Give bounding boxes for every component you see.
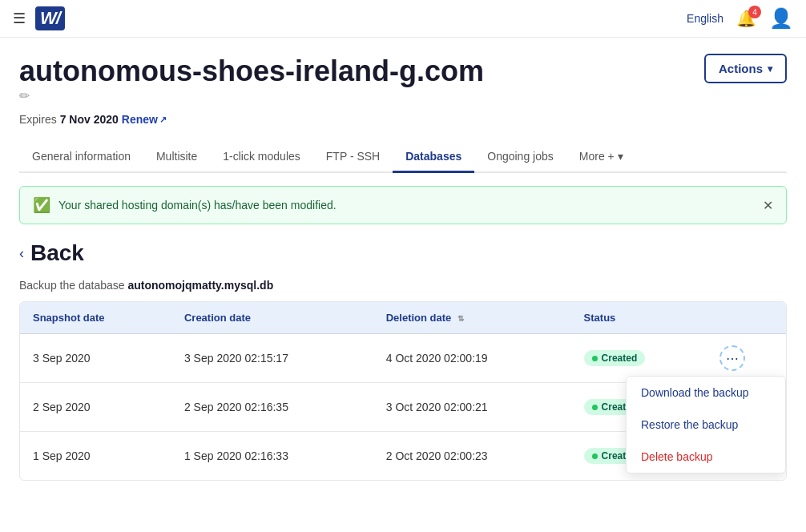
table-row: 3 Sep 2020 3 Sep 2020 02:15:17 4 Oct 202…: [20, 334, 786, 383]
top-bar: ☰ W/ English 🔔 4 👤: [0, 0, 806, 38]
chevron-down-icon: ▾: [618, 150, 623, 163]
sort-icon[interactable]: ⇅: [457, 314, 464, 323]
db-info-prefix: Backup the database: [19, 279, 125, 292]
db-info: Backup the database autonomojqmatty.mysq…: [19, 279, 787, 292]
success-banner: ✅ Your shared hosting domain(s) has/have…: [19, 186, 787, 224]
tab-databases[interactable]: Databases: [393, 142, 474, 173]
backups-table: Snapshot date Creation date Deletion dat…: [19, 301, 787, 481]
hamburger-icon[interactable]: ☰: [13, 10, 26, 27]
tab-ongoing-jobs[interactable]: Ongoing jobs: [474, 142, 566, 173]
col-actions: [707, 302, 786, 334]
success-icon: ✅: [33, 196, 50, 214]
close-banner-button[interactable]: ✕: [763, 198, 773, 213]
restore-backup-item[interactable]: Restore the backup: [627, 409, 785, 441]
actions-button[interactable]: Actions ▾: [704, 54, 787, 83]
notifications-button[interactable]: 🔔 4: [736, 9, 756, 28]
title-area: autonomous-shoes-ireland-g.com ✏: [19, 54, 484, 103]
col-status: Status: [571, 302, 707, 334]
snapshot-date-cell: 1 Sep 2020: [20, 432, 171, 481]
tab-more[interactable]: More + ▾: [566, 142, 636, 173]
deletion-date-cell: 3 Oct 2020 02:00:21: [373, 383, 571, 432]
status-badge: Created: [584, 350, 646, 366]
status-dot: [592, 405, 598, 410]
status-dot: [592, 453, 598, 459]
tab-ftp-ssh[interactable]: FTP - SSH: [313, 142, 393, 173]
table-header-row: Snapshot date Creation date Deletion dat…: [20, 302, 786, 334]
external-link-icon: ↗: [159, 115, 167, 125]
status-dot: [592, 356, 598, 361]
top-bar-left: ☰ W/: [13, 6, 65, 30]
title-row: autonomous-shoes-ireland-g.com ✏ Actions…: [19, 54, 787, 103]
snapshot-date-cell: 3 Sep 2020: [20, 334, 171, 383]
logo[interactable]: W/: [35, 6, 65, 30]
col-deletion-date: Deletion date ⇅: [373, 302, 571, 334]
edit-icon[interactable]: ✏: [19, 89, 30, 103]
top-bar-right: English 🔔 4 👤: [687, 7, 793, 30]
creation-date-cell: 3 Sep 2020 02:15:17: [171, 334, 373, 383]
renew-label: Renew: [122, 113, 158, 126]
db-name: autonomojqmatty.mysql.db: [127, 279, 273, 292]
language-selector[interactable]: English: [687, 12, 723, 25]
notification-badge: 4: [748, 6, 761, 18]
tabs-bar: General information Multisite 1-click mo…: [19, 142, 787, 173]
snapshot-date-cell: 2 Sep 2020: [20, 383, 171, 432]
action-cell: ⋯ Download the backup Restore the backup…: [707, 334, 786, 383]
page-content: autonomous-shoes-ireland-g.com ✏ Actions…: [0, 38, 806, 497]
deletion-date-cell: 4 Oct 2020 02:00:19: [373, 334, 571, 383]
creation-date-cell: 2 Sep 2020 02:16:35: [171, 383, 373, 432]
page-title: autonomous-shoes-ireland-g.com: [19, 54, 484, 88]
back-row: ‹ Back: [19, 240, 787, 266]
col-creation-date: Creation date: [171, 302, 373, 334]
tab-multisite[interactable]: Multisite: [143, 142, 210, 173]
actions-label: Actions: [719, 62, 763, 75]
renew-link[interactable]: Renew ↗: [122, 113, 167, 126]
chevron-down-icon: ▾: [768, 63, 772, 75]
user-avatar[interactable]: 👤: [769, 7, 793, 30]
tab-general-information[interactable]: General information: [19, 142, 143, 173]
actions-dropdown: Download the backup Restore the backup D…: [626, 376, 786, 474]
more-label: More +: [579, 150, 615, 163]
tab-1click-modules[interactable]: 1-click modules: [210, 142, 312, 173]
expires-row: Expires 7 Nov 2020 Renew ↗: [19, 113, 787, 126]
creation-date-cell: 1 Sep 2020 02:16:33: [171, 432, 373, 481]
banner-left: ✅ Your shared hosting domain(s) has/have…: [33, 196, 337, 214]
banner-message: Your shared hosting domain(s) has/have b…: [58, 199, 337, 212]
delete-backup-item[interactable]: Delete backup: [627, 441, 785, 473]
download-backup-item[interactable]: Download the backup: [627, 377, 785, 409]
expiry-date: 7 Nov 2020: [60, 113, 119, 126]
back-title: Back: [30, 240, 84, 266]
row-actions-button[interactable]: ⋯: [719, 345, 745, 371]
col-snapshot-date: Snapshot date: [20, 302, 171, 334]
back-button[interactable]: ‹: [19, 245, 24, 262]
logo-text: W/: [40, 8, 60, 28]
deletion-date-cell: 2 Oct 2020 02:00:23: [373, 432, 571, 481]
expires-label: Expires: [19, 113, 57, 126]
